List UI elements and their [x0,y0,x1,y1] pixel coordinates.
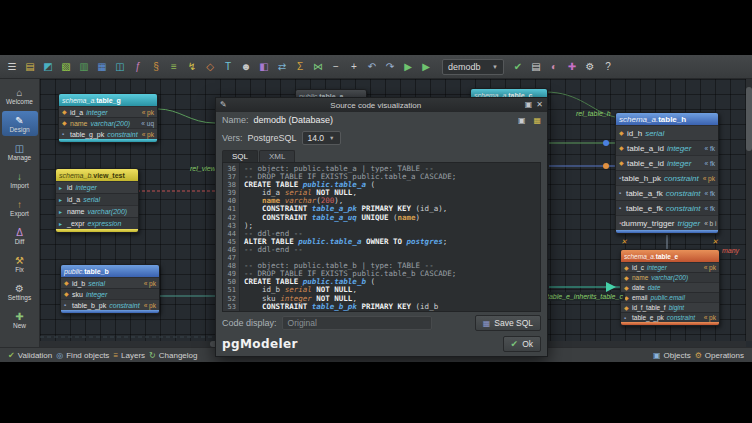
database-icon[interactable]: ▥ [76,59,92,75]
dialog-titlebar[interactable]: ✎ Source code visualization ▣ ✕ [216,98,547,112]
palette-icon[interactable]: ◐ [546,59,562,75]
sidebar-item-label: Design [9,126,29,133]
table-row[interactable]: ◆id_bserial« pk [61,277,159,288]
table-row[interactable]: ◆id_hserial [616,125,718,140]
code-display-combo[interactable]: Original [282,316,432,330]
sidebar-item-manage[interactable]: ◫Manage [2,139,38,164]
table-row[interactable]: ▪table_a_fkconstraint« fk [616,185,718,200]
database-combo[interactable]: demodb ▼ [442,59,504,75]
table-row[interactable]: ◆table_a_idinteger« fk [616,140,718,155]
table-row[interactable]: ◆emailpublic.email [621,292,719,302]
index-icon[interactable]: ≡ [166,59,182,75]
undo-icon[interactable]: ↶ [364,59,380,75]
line-number: 37 [223,173,236,181]
sidebar-item-import[interactable]: ↓Import [2,167,38,192]
name-row: Name: demodb (Database) ▣ ▦ [216,112,547,128]
trigger-icon[interactable]: ↯ [184,59,200,75]
canvas-table-table_e[interactable]: schema_a.table_e◆id_cinteger« pk◆namevar… [620,249,720,326]
vertical-scrollbar[interactable] [746,79,752,341]
sidebar-item-new[interactable]: ✚New [2,307,38,332]
layers-toggle[interactable]: ≡Layers [111,351,147,360]
table-schema-name: schema_a. [619,115,658,124]
table-row[interactable]: ▪table_e_fkconstraint« fk [616,200,718,215]
plugins-icon[interactable]: ✚ [564,59,580,75]
canvas-table-table_h[interactable]: schema_a.table_h◆id_hserial◆table_a_idin… [615,112,719,234]
tablespace-icon[interactable]: ◧ [256,59,272,75]
table-row[interactable]: ◆datedate [621,282,719,292]
sidebar-item-settings[interactable]: ⚙Settings [2,279,38,304]
table-row[interactable]: ▪table_h_pkconstraint« pk [616,170,718,185]
objects-toggle[interactable]: ▣Objects [651,351,693,360]
menu-icon[interactable]: ☰ [4,59,20,75]
table-row[interactable]: ▸idinteger [56,181,138,193]
ok-button[interactable]: ✔ Ok [503,336,541,352]
copy-code-icon[interactable]: ▣ [518,116,526,125]
table-row[interactable]: ▪table_b_pkconstraint« pk [61,299,159,310]
validation-badge-icon[interactable]: ✔ [510,59,526,75]
tag-icon[interactable]: ◩ [40,59,56,75]
table-row[interactable]: ◆namevarchar(200) [621,272,719,282]
relationship-icon[interactable]: ⋈ [310,59,326,75]
find-objects-toggle[interactable]: ◎Find objects [54,351,111,360]
validation-toggle[interactable]: ✔Validation [6,351,54,360]
constraint-tag: « fk [701,205,715,212]
table-row[interactable]: ◆id_ainteger« pk [59,106,157,117]
sql-tool-icon[interactable]: ▤ [528,59,544,75]
detach-icon[interactable]: ▣ [525,101,533,109]
redo-icon[interactable]: ↷ [382,59,398,75]
table-row[interactable]: ▪dummy_triggertrigger« b i r [616,215,718,230]
canvas-table-table_g[interactable]: schema_a.table_g◆id_ainteger« pk◆namevar… [58,93,158,143]
cast-icon[interactable]: ⇄ [274,59,290,75]
save-image-icon[interactable]: ▦ [533,116,541,125]
canvas-table-table_b[interactable]: public.table_b◆id_bserial« pk◆skuinteger… [60,264,160,314]
type-icon[interactable]: T [220,59,236,75]
column-name: table_g_pk [70,131,104,138]
changelog-toggle[interactable]: ↻Changelog [147,351,199,360]
canvas-table-view_test[interactable]: schema_b.view_test▸idinteger▸id_aserial▸… [55,168,139,233]
role-icon[interactable]: ☻ [238,59,254,75]
line-number-gutter: 363738394041424344454647484950515253 [223,163,240,311]
zoom-out-icon[interactable]: − [328,59,344,75]
vertical-scrollbar-thumb[interactable] [746,87,752,151]
function-icon[interactable]: ƒ [130,59,146,75]
table-row[interactable]: ◆skuinteger [61,288,159,299]
changelog-icon: ↻ [149,351,156,360]
about-icon[interactable]: ? [600,59,616,75]
layer-icon[interactable]: ▧ [58,59,74,75]
run-validation-icon[interactable]: ▶ [400,59,416,75]
table-icon[interactable]: ▦ [94,59,110,75]
schema-icon[interactable]: ▤ [22,59,38,75]
table-row[interactable]: ◆namevarchar(200)« uq [59,117,157,128]
table-row[interactable]: ▸id_aserial [56,193,138,205]
zoom-in-icon[interactable]: + [346,59,362,75]
tab-xml[interactable]: XML [259,150,295,162]
operations-toggle[interactable]: ⚙Operations [693,351,746,360]
table-row[interactable]: ▪table_e_pkconstraint« pk [621,312,719,322]
table-row[interactable]: ◆table_e_idinteger« fk [616,155,718,170]
sidebar-item-welcome[interactable]: ⌂Welcome [2,83,38,108]
run-sql-icon[interactable]: ▶ [418,59,434,75]
aggregate-icon[interactable]: Σ [292,59,308,75]
close-icon[interactable]: ✕ [536,101,543,109]
table-row[interactable]: ▸_exprexpression [56,217,138,229]
code-token: public.table_a [298,237,361,246]
sidebar-item-export[interactable]: ↑Export [2,195,38,220]
table-row[interactable]: ▪table_g_pkconstraint« pk [59,128,157,139]
sidebar-item-design[interactable]: ✎Design [2,111,38,136]
domain-icon[interactable]: ◇ [202,59,218,75]
version-combo[interactable]: 14.0 ▼ [302,131,341,145]
find-objects-label: Find objects [66,351,109,360]
sidebar-item-diff[interactable]: ΔDiff [2,223,38,248]
view-icon[interactable]: ◫ [112,59,128,75]
sidebar-item-fix[interactable]: ⚒Fix [2,251,38,276]
save-sql-button[interactable]: ▦ Save SQL [475,315,541,331]
table-row[interactable]: ▸namevarchar(200) [56,205,138,217]
relationship-label-table-h: rel_table_h [576,110,611,117]
table-row[interactable]: ◆id_cinteger« pk [621,262,719,272]
table-row[interactable]: ◆id_f_table_fbigint [621,302,719,312]
tab-sql[interactable]: SQL [222,150,258,162]
settings-icon[interactable]: ⚙ [582,59,598,75]
sequence-icon[interactable]: § [148,59,164,75]
code-viewer[interactable]: 363738394041424344454647484950515253 -- … [222,162,541,312]
code-token: -- ddl-end -- [244,245,303,254]
